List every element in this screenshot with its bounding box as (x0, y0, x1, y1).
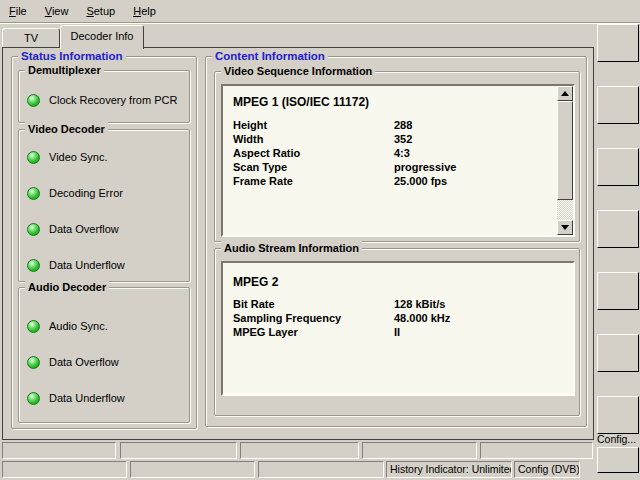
table-row: Width 352 (233, 132, 551, 146)
row-label: Scan Type (233, 160, 394, 174)
menu-help[interactable]: Help (124, 0, 165, 22)
audio-stream-heading: MPEG 2 (233, 275, 278, 289)
main-panel: Status Information Demultiplexer Clock R… (2, 47, 594, 440)
menu-file[interactable]: File (0, 0, 36, 22)
video-sequence-group: Video Sequence Information MPEG 1 (ISO/I… (214, 71, 580, 242)
row-value: II (394, 325, 400, 339)
status-led-green-icon (27, 151, 40, 164)
status-item-label: Data Underflow (49, 392, 125, 404)
video-sequence-rows: Height 288 Width 352 Aspect Ratio 4:3 (233, 118, 551, 188)
status-item-label: Data Overflow (49, 223, 119, 235)
table-row: Aspect Ratio 4:3 (233, 146, 551, 160)
row-label: Frame Rate (233, 174, 394, 188)
row-label: MPEG Layer (233, 325, 394, 339)
status-item-clock-recovery: Clock Recovery from PCR (27, 92, 177, 108)
row-label: Height (233, 118, 394, 132)
row-value: 25.000 fps (394, 174, 447, 188)
video-decoder-group: Video Decoder Video Sync. Decoding Error… (18, 129, 190, 282)
softkey-button-4[interactable] (597, 210, 639, 248)
status-item-decoding-error: Decoding Error (27, 185, 123, 201)
scrollbar-thumb[interactable] (557, 101, 573, 200)
softkey-button-2[interactable] (597, 86, 639, 124)
status-item-video-data-underflow: Data Underflow (27, 257, 125, 273)
status-led-green-icon (27, 259, 40, 272)
video-stream-heading: MPEG 1 (ISO/IEC 11172) (233, 95, 369, 109)
statusbar-cell (2, 442, 116, 459)
video-sequence-title: Video Sequence Information (221, 64, 375, 78)
statusbar-config: Config (DVB) (514, 461, 580, 478)
status-item-label: Data Underflow (49, 259, 125, 271)
menu-setup[interactable]: Setup (77, 0, 124, 22)
status-item-label: Decoding Error (49, 187, 123, 199)
audio-stream-title: Audio Stream Information (221, 241, 362, 255)
softkey-config-label: Config... (597, 432, 640, 446)
content-information-group: Content Information Video Sequence Infor… (205, 56, 587, 427)
status-led-green-icon (27, 320, 40, 333)
demultiplexer-title: Demultiplexer (25, 63, 104, 77)
row-value: 352 (394, 132, 412, 146)
scroll-up-button[interactable] (557, 86, 573, 101)
status-item-audio-data-overflow: Data Overflow (27, 354, 119, 370)
content-information-title: Content Information (212, 49, 328, 63)
softkey-button-5[interactable] (597, 272, 639, 310)
row-value: 4:3 (394, 146, 410, 160)
statusbar-cell (120, 442, 237, 459)
video-sequence-panel: MPEG 1 (ISO/IEC 11172) Height 288 Width … (221, 84, 575, 237)
row-value: progressive (394, 160, 456, 174)
softkey-button-7[interactable] (597, 396, 639, 434)
video-decoder-title: Video Decoder (25, 122, 108, 136)
tab-tv[interactable]: TV (2, 28, 60, 48)
status-item-audio-data-underflow: Data Underflow (27, 390, 125, 406)
audio-decoder-group: Audio Decoder Audio Sync. Data Overflow … (18, 287, 190, 423)
status-led-green-icon (27, 94, 40, 107)
tab-decoder-info[interactable]: Decoder Info (60, 25, 144, 49)
status-item-label: Audio Sync. (49, 320, 108, 332)
row-value: 288 (394, 118, 412, 132)
status-item-video-data-overflow: Data Overflow (27, 221, 119, 237)
vertical-scrollbar[interactable] (557, 86, 573, 235)
table-row: Sampling Frequency 48.000 kHz (233, 311, 551, 325)
status-led-green-icon (27, 187, 40, 200)
status-item-label: Clock Recovery from PCR (49, 94, 177, 106)
row-value: 48.000 kHz (394, 311, 450, 325)
audio-stream-group: Audio Stream Information MPEG 2 Bit Rate… (214, 248, 580, 416)
status-led-green-icon (27, 356, 40, 369)
softkey-button-1[interactable] (597, 24, 639, 62)
row-label: Sampling Frequency (233, 311, 394, 325)
menu-bar: File View Setup Help (0, 0, 640, 23)
softkey-button-6[interactable] (597, 334, 639, 372)
scroll-down-button[interactable] (557, 220, 573, 235)
statusbar-cell (130, 461, 255, 478)
statusbar-cell (2, 461, 127, 478)
row-value: 128 kBit/s (394, 297, 445, 311)
demultiplexer-group: Demultiplexer Clock Recovery from PCR (18, 70, 190, 123)
softkey-button-3[interactable] (597, 148, 639, 186)
softkey-config-button[interactable] (597, 447, 639, 473)
audio-decoder-title: Audio Decoder (25, 280, 109, 294)
menu-view[interactable]: View (36, 0, 78, 22)
status-information-title: Status Information (18, 49, 126, 63)
statusbar-cell (480, 442, 593, 459)
status-item-label: Data Overflow (49, 356, 119, 368)
table-row: MPEG Layer II (233, 325, 551, 339)
scroll-up-icon (561, 91, 569, 96)
row-label: Width (233, 132, 394, 146)
statusbar-cell (240, 442, 359, 459)
status-item-label: Video Sync. (49, 151, 108, 163)
statusbar-cell (258, 461, 384, 478)
status-led-green-icon (27, 223, 40, 236)
row-label: Aspect Ratio (233, 146, 394, 160)
statusbar-history-indicator: History Indicator: Unlimited (386, 461, 512, 478)
table-row: Height 288 (233, 118, 551, 132)
status-information-group: Status Information Demultiplexer Clock R… (11, 56, 197, 429)
status-item-audio-sync: Audio Sync. (27, 318, 108, 334)
statusbar-cell (362, 442, 477, 459)
audio-stream-panel: MPEG 2 Bit Rate 128 kBit/s Sampling Freq… (221, 261, 575, 396)
audio-stream-rows: Bit Rate 128 kBit/s Sampling Frequency 4… (233, 297, 551, 339)
scroll-down-icon (561, 225, 569, 230)
table-row: Scan Type progressive (233, 160, 551, 174)
status-item-video-sync: Video Sync. (27, 149, 108, 165)
row-label: Bit Rate (233, 297, 394, 311)
status-led-green-icon (27, 392, 40, 405)
table-row: Frame Rate 25.000 fps (233, 174, 551, 188)
